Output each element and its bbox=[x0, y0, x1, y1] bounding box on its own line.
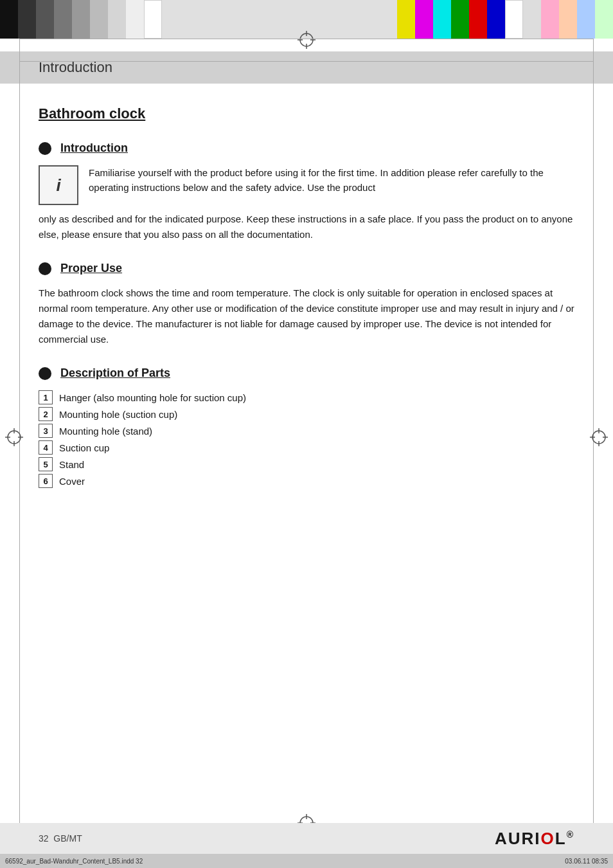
list-item: 3 Mounting hole (stand) bbox=[39, 424, 574, 438]
color-block bbox=[54, 0, 72, 39]
color-block bbox=[559, 0, 577, 39]
main-content: Bathroom clock Introduction i Familiaris… bbox=[0, 84, 613, 516]
info-letter: i bbox=[56, 176, 60, 195]
color-block bbox=[90, 0, 108, 39]
file-info-right: 03.06.11 08:35 bbox=[565, 858, 608, 865]
color-strip bbox=[397, 0, 613, 39]
list-item: 4 Suction cup bbox=[39, 440, 574, 455]
crosshair-right bbox=[590, 428, 608, 446]
color-block bbox=[397, 0, 415, 39]
part-number: 1 bbox=[39, 390, 53, 404]
section-heading-text: Introduction bbox=[60, 141, 128, 155]
list-item: 6 Cover bbox=[39, 474, 574, 488]
part-label: Stand bbox=[59, 459, 84, 470]
proper-use-paragraph: The bathroom clock shows the time and ro… bbox=[39, 285, 574, 347]
bullet-icon bbox=[39, 367, 51, 380]
color-block bbox=[433, 0, 451, 39]
list-item: 1 Hanger (also mounting hole for suction… bbox=[39, 390, 574, 404]
color-block bbox=[505, 0, 523, 39]
color-block bbox=[144, 0, 162, 39]
color-block bbox=[523, 0, 541, 39]
section-heading-text: Proper Use bbox=[60, 262, 122, 275]
color-block bbox=[18, 0, 36, 39]
color-block bbox=[577, 0, 595, 39]
header-band: Introduction bbox=[0, 51, 613, 84]
bullet-icon bbox=[39, 262, 51, 275]
section-heading-text: Description of Parts bbox=[60, 366, 170, 380]
registered-symbol: ® bbox=[567, 829, 574, 840]
file-info-left: 66592_aur_Bad-Wanduhr_Content_LB5.indd 3… bbox=[5, 858, 143, 865]
part-number: 3 bbox=[39, 424, 53, 438]
page-border-left bbox=[19, 39, 20, 854]
parts-list: 1 Hanger (also mounting hole for suction… bbox=[39, 390, 574, 488]
color-block bbox=[108, 0, 126, 39]
part-number: 6 bbox=[39, 474, 53, 488]
bullet-icon bbox=[39, 142, 51, 155]
page-number: 32 bbox=[39, 833, 49, 844]
brand-o: O bbox=[541, 829, 555, 848]
part-label: Suction cup bbox=[59, 442, 109, 453]
color-block bbox=[487, 0, 505, 39]
part-label: Mounting hole (stand) bbox=[59, 426, 152, 437]
crosshair-left bbox=[5, 428, 23, 446]
footer-page-info: 32 GB/MT bbox=[39, 833, 82, 844]
info-box-row: i Familiarise yourself with the product … bbox=[39, 165, 574, 205]
info-icon-box: i bbox=[39, 165, 78, 205]
part-number: 4 bbox=[39, 440, 53, 455]
grayscale-strip bbox=[0, 0, 162, 39]
color-block bbox=[451, 0, 469, 39]
part-label: Cover bbox=[59, 476, 85, 487]
section-parts-heading: Description of Parts bbox=[39, 366, 574, 380]
section-proper-use-heading: Proper Use bbox=[39, 262, 574, 275]
part-number: 2 bbox=[39, 407, 53, 421]
brand-logo: AURIOL® bbox=[495, 829, 574, 849]
intro-paragraph-continued: only as described and for the indicated … bbox=[39, 212, 574, 242]
color-block bbox=[595, 0, 613, 39]
color-block bbox=[415, 0, 433, 39]
color-block bbox=[36, 0, 54, 39]
page-border-right bbox=[593, 39, 594, 854]
language-code: GB/MT bbox=[53, 833, 82, 844]
intro-info-text: Familiarise yourself with the product be… bbox=[89, 165, 574, 195]
footer: 32 GB/MT AURIOL® bbox=[0, 823, 613, 854]
color-block bbox=[541, 0, 559, 39]
part-label: Hanger (also mounting hole for suction c… bbox=[59, 392, 246, 403]
part-number: 5 bbox=[39, 457, 53, 471]
top-line-upper bbox=[19, 39, 594, 39]
color-block bbox=[469, 0, 487, 39]
top-line-lower bbox=[19, 61, 594, 62]
crosshair-top bbox=[298, 31, 315, 49]
page-title: Bathroom clock bbox=[39, 105, 574, 122]
color-block bbox=[0, 0, 18, 39]
color-block bbox=[72, 0, 90, 39]
color-block bbox=[126, 0, 144, 39]
part-label: Mounting hole (suction cup) bbox=[59, 409, 177, 420]
list-item: 2 Mounting hole (suction cup) bbox=[39, 407, 574, 421]
list-item: 5 Stand bbox=[39, 457, 574, 471]
file-info-bar: 66592_aur_Bad-Wanduhr_Content_LB5.indd 3… bbox=[0, 854, 613, 868]
section-introduction-heading: Introduction bbox=[39, 141, 574, 155]
